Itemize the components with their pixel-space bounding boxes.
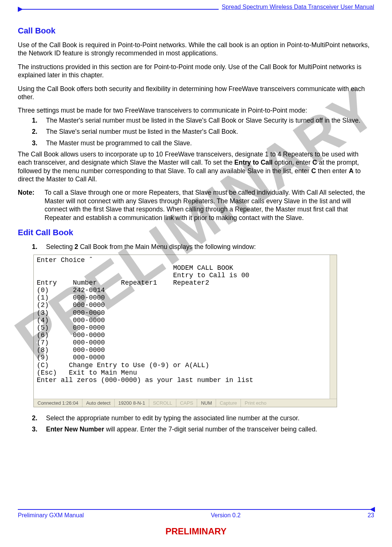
status-connected: Connected 1:26:04 <box>34 399 82 407</box>
footer-center: Version 0.2 <box>211 512 241 519</box>
status-scroll: SCROLL <box>149 399 176 407</box>
note-label: Note: <box>18 188 45 222</box>
para-3: Using the Call Book offers both security… <box>18 85 374 101</box>
status-num: NUM <box>197 399 216 407</box>
footer-page-number: 23 <box>368 512 374 519</box>
settings-list: 1.The Master's serial number must be lis… <box>18 116 374 147</box>
status-caps: CAPS <box>176 399 197 407</box>
status-capture: Capture <box>216 399 241 407</box>
note-block: Note: To call a Slave through one or mor… <box>18 188 374 222</box>
note-text: To call a Slave through one or more Repe… <box>45 188 374 222</box>
list-item: 2.The Slave's serial number must be list… <box>18 127 374 136</box>
section-heading-editcallbook: Edit Call Book <box>18 228 374 237</box>
section-heading-callbook: Call Book <box>18 26 374 36</box>
para-5: The Call Book allows users to incorporat… <box>18 150 374 184</box>
content-area: Call Book Use of the Call Book is requir… <box>18 26 374 437</box>
para-1: Use of the Call Book is required in Poin… <box>18 41 374 58</box>
preliminary-label: PRELIMINARY <box>0 526 392 537</box>
terminal-statusbar: Connected 1:26:04 Auto detect 19200 8-N-… <box>34 399 337 407</box>
para-4: Three settings must be made for two Free… <box>18 106 374 114</box>
list-item: 3.The Master must be programmed to call … <box>18 139 374 147</box>
footer-left: Preliminary GXM Manual <box>18 512 84 519</box>
list-item: 2.Select the appropriate number to edit … <box>18 414 374 422</box>
list-item: 1. Selecting 2 Call Book from the Main M… <box>18 243 374 251</box>
status-baud: 19200 8-N-1 <box>115 399 149 407</box>
header-bar: Spread Spectrum Wireless Data Transceive… <box>18 5 374 12</box>
para-2: The instructions provided in this sectio… <box>18 63 374 80</box>
status-detect: Auto detect <box>82 399 115 407</box>
terminal-output: Enter Choice ˆ MODEM CALL BOOK Entry to … <box>34 255 337 399</box>
header-arrow-icon <box>18 7 23 12</box>
edit-steps: 1. Selecting 2 Call Book from the Main M… <box>18 243 374 251</box>
footer-arrow-icon <box>370 507 375 512</box>
status-print: Print echo <box>241 399 270 407</box>
doc-title: Spread Spectrum Wireless Data Transceive… <box>219 4 374 10</box>
edit-steps-cont: 2.Select the appropriate number to edit … <box>18 414 374 434</box>
footer-bar: Preliminary GXM Manual Version 0.2 23 <box>18 509 374 519</box>
footer-rule <box>18 509 374 510</box>
list-item: 3. Enter New Number will appear. Enter t… <box>18 425 374 433</box>
terminal-window: Enter Choice ˆ MODEM CALL BOOK Entry to … <box>33 255 337 407</box>
list-item: 1.The Master's serial number must be lis… <box>18 116 374 124</box>
